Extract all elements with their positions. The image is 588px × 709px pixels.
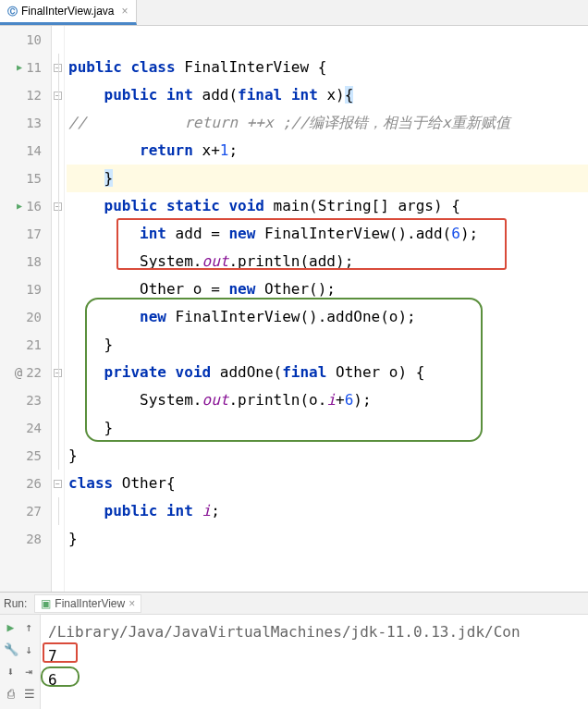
line-number: 19 xyxy=(26,275,42,303)
print-button[interactable]: ☰ xyxy=(21,685,38,702)
play-icon: ▣ xyxy=(41,597,51,610)
editor-tab-bar: Ⓒ FinalInterView.java × xyxy=(0,0,588,26)
rerun-button[interactable]: ▶ xyxy=(3,618,19,635)
line-number: 24 xyxy=(26,414,42,442)
close-icon[interactable]: × xyxy=(122,5,129,18)
java-class-icon: Ⓒ xyxy=(7,5,18,18)
output-line: 7 xyxy=(48,644,581,668)
console-output[interactable]: /Library/Java/JavaVirtualMachines/jdk-11… xyxy=(41,615,588,709)
output-line: /Library/Java/JavaVirtualMachines/jdk-11… xyxy=(48,620,581,644)
line-number: 15 xyxy=(26,165,42,192)
line-number: 17 xyxy=(26,220,42,248)
line-number: 22 xyxy=(26,359,42,386)
override-gutter-icon[interactable]: @ xyxy=(15,359,22,386)
run-toolbar: ▶ ↑ 🔧 ↓ ⬇ ⇥ ⎙ ☰ xyxy=(0,615,41,709)
line-number: 16 xyxy=(26,192,42,220)
run-tool-window: Run: ▣ FinalInterView × ▶ ↑ 🔧 ↓ ⬇ ⇥ ⎙ ☰ xyxy=(0,592,588,709)
wrap-button[interactable]: ⇥ xyxy=(21,663,38,679)
export-button[interactable]: ⬇ xyxy=(3,663,19,679)
line-number: 21 xyxy=(26,331,42,359)
run-gutter-icon[interactable]: ▶ xyxy=(17,192,22,220)
fold-column: − − − − − xyxy=(52,26,65,592)
run-label: Run: xyxy=(4,597,27,610)
file-tab-active[interactable]: Ⓒ FinalInterView.java × xyxy=(0,0,137,25)
line-number: 10 xyxy=(26,26,42,54)
line-number: 18 xyxy=(26,248,42,275)
tab-filename: FinalInterView.java xyxy=(21,5,115,18)
run-config-tab[interactable]: ▣ FinalInterView × xyxy=(34,594,141,613)
gutter: 10 ▶11 12 13 14 15 ▶16 17 18 19 20 21 @2… xyxy=(0,26,52,592)
settings-icon[interactable]: 🔧 xyxy=(3,641,19,657)
line-number: 27 xyxy=(26,497,42,525)
line-number: 28 xyxy=(26,525,42,553)
line-number: 26 xyxy=(26,470,42,497)
line-number: 14 xyxy=(26,137,42,165)
code-editor[interactable]: 10 ▶11 12 13 14 15 ▶16 17 18 19 20 21 @2… xyxy=(0,26,588,592)
line-number: 25 xyxy=(26,442,42,470)
down-stack-button[interactable]: ↓ xyxy=(21,641,38,657)
run-gutter-icon[interactable]: ▶ xyxy=(17,54,22,81)
fold-toggle[interactable]: − xyxy=(54,480,62,488)
line-number: 20 xyxy=(26,303,42,331)
line-number: 13 xyxy=(26,109,42,137)
code-content[interactable]: public class FinalInterView { public int… xyxy=(65,26,588,592)
line-number: 23 xyxy=(26,386,42,414)
up-stack-button[interactable]: ↑ xyxy=(21,618,38,635)
output-line: 6 xyxy=(48,668,581,692)
line-number: 11 xyxy=(26,54,42,81)
close-icon[interactable]: × xyxy=(129,597,135,610)
screenshot-button[interactable]: ⎙ xyxy=(3,685,19,702)
line-number: 12 xyxy=(26,81,42,109)
